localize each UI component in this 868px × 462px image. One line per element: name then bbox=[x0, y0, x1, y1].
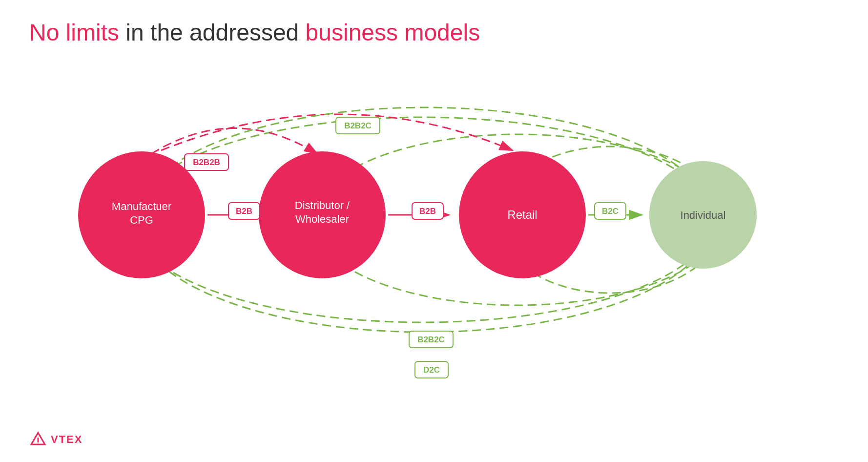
b2b2c-bottom-label: B2B2C bbox=[417, 335, 445, 344]
b2b2b-label: B2B2B bbox=[193, 158, 220, 167]
distributor-label: Distributor / bbox=[295, 199, 350, 211]
vtex-logo-text: VTEX bbox=[51, 433, 83, 446]
diagram-svg: Manufactuer CPG Distributor / Wholesaler… bbox=[0, 63, 868, 444]
manufacturer-sublabel: CPG bbox=[130, 214, 153, 226]
b2b2c-top-label: B2B2C bbox=[344, 121, 372, 130]
retail-label: Retail bbox=[507, 208, 537, 221]
individual-label: Individual bbox=[681, 209, 726, 221]
vtex-logo-icon bbox=[29, 431, 47, 448]
page-title: No limits in the addressed business mode… bbox=[29, 19, 480, 47]
pink-arc-b2b2b bbox=[151, 128, 317, 154]
manufacturer-label: Manufactuer bbox=[112, 200, 171, 212]
b2b-label-2: B2B bbox=[419, 207, 436, 216]
distributor-sublabel: Wholesaler bbox=[295, 213, 349, 225]
diagram-area: Manufactuer CPG Distributor / Wholesaler… bbox=[0, 63, 868, 444]
vtex-logo: VTEX bbox=[29, 431, 83, 448]
b2c-label: B2C bbox=[602, 207, 619, 216]
b2b-label-1: B2B bbox=[236, 207, 252, 216]
d2c-label: D2C bbox=[423, 365, 440, 375]
